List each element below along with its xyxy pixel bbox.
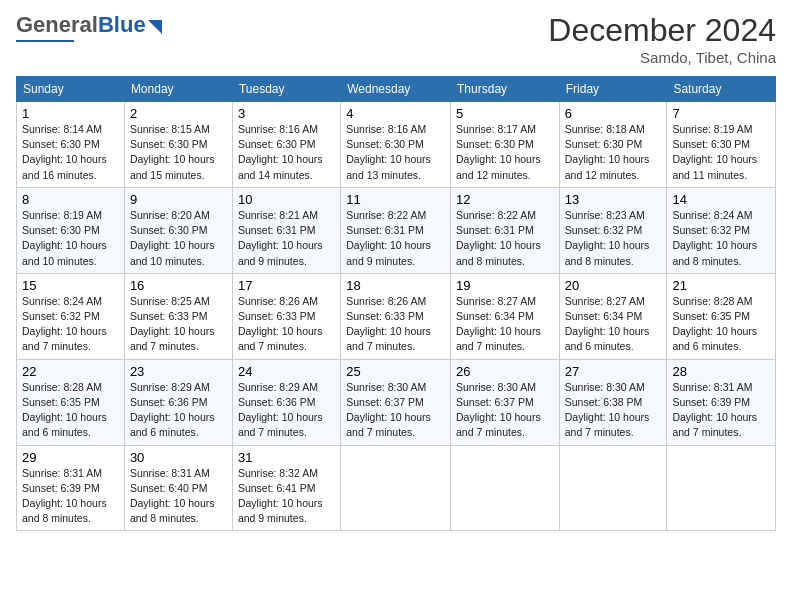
calendar-week-row: 8Sunrise: 8:19 AMSunset: 6:30 PMDaylight… — [17, 187, 776, 273]
day-info: Sunrise: 8:22 AMSunset: 6:31 PMDaylight:… — [456, 208, 554, 269]
col-sunday: Sunday — [17, 77, 125, 102]
logo: General Blue — [16, 12, 162, 42]
page-container: General Blue December 2024 Samdo, Tibet,… — [0, 0, 792, 539]
day-info: Sunrise: 8:28 AMSunset: 6:35 PMDaylight:… — [672, 294, 770, 355]
day-number: 8 — [22, 192, 119, 207]
table-row — [667, 445, 776, 531]
logo-triangle-icon — [148, 20, 162, 34]
table-row: 12Sunrise: 8:22 AMSunset: 6:31 PMDayligh… — [451, 187, 560, 273]
table-row: 30Sunrise: 8:31 AMSunset: 6:40 PMDayligh… — [124, 445, 232, 531]
table-row: 7Sunrise: 8:19 AMSunset: 6:30 PMDaylight… — [667, 102, 776, 188]
day-info: Sunrise: 8:17 AMSunset: 6:30 PMDaylight:… — [456, 122, 554, 183]
day-number: 9 — [130, 192, 227, 207]
calendar-week-row: 29Sunrise: 8:31 AMSunset: 6:39 PMDayligh… — [17, 445, 776, 531]
logo-blue-text: Blue — [98, 12, 146, 38]
day-info: Sunrise: 8:19 AMSunset: 6:30 PMDaylight:… — [672, 122, 770, 183]
col-wednesday: Wednesday — [341, 77, 451, 102]
table-row: 28Sunrise: 8:31 AMSunset: 6:39 PMDayligh… — [667, 359, 776, 445]
day-number: 5 — [456, 106, 554, 121]
day-number: 4 — [346, 106, 445, 121]
day-number: 24 — [238, 364, 335, 379]
table-row: 8Sunrise: 8:19 AMSunset: 6:30 PMDaylight… — [17, 187, 125, 273]
day-number: 31 — [238, 450, 335, 465]
table-row: 4Sunrise: 8:16 AMSunset: 6:30 PMDaylight… — [341, 102, 451, 188]
day-info: Sunrise: 8:24 AMSunset: 6:32 PMDaylight:… — [672, 208, 770, 269]
calendar-header-row: Sunday Monday Tuesday Wednesday Thursday… — [17, 77, 776, 102]
day-number: 15 — [22, 278, 119, 293]
table-row: 29Sunrise: 8:31 AMSunset: 6:39 PMDayligh… — [17, 445, 125, 531]
table-row: 31Sunrise: 8:32 AMSunset: 6:41 PMDayligh… — [232, 445, 340, 531]
table-row: 5Sunrise: 8:17 AMSunset: 6:30 PMDaylight… — [451, 102, 560, 188]
month-title: December 2024 — [548, 12, 776, 49]
day-info: Sunrise: 8:24 AMSunset: 6:32 PMDaylight:… — [22, 294, 119, 355]
day-info: Sunrise: 8:16 AMSunset: 6:30 PMDaylight:… — [238, 122, 335, 183]
day-info: Sunrise: 8:29 AMSunset: 6:36 PMDaylight:… — [238, 380, 335, 441]
table-row: 10Sunrise: 8:21 AMSunset: 6:31 PMDayligh… — [232, 187, 340, 273]
day-number: 17 — [238, 278, 335, 293]
day-info: Sunrise: 8:27 AMSunset: 6:34 PMDaylight:… — [456, 294, 554, 355]
table-row: 13Sunrise: 8:23 AMSunset: 6:32 PMDayligh… — [559, 187, 667, 273]
day-number: 26 — [456, 364, 554, 379]
day-number: 7 — [672, 106, 770, 121]
col-monday: Monday — [124, 77, 232, 102]
day-info: Sunrise: 8:15 AMSunset: 6:30 PMDaylight:… — [130, 122, 227, 183]
col-thursday: Thursday — [451, 77, 560, 102]
day-info: Sunrise: 8:30 AMSunset: 6:37 PMDaylight:… — [346, 380, 445, 441]
table-row: 22Sunrise: 8:28 AMSunset: 6:35 PMDayligh… — [17, 359, 125, 445]
day-info: Sunrise: 8:32 AMSunset: 6:41 PMDaylight:… — [238, 466, 335, 527]
day-info: Sunrise: 8:29 AMSunset: 6:36 PMDaylight:… — [130, 380, 227, 441]
table-row: 2Sunrise: 8:15 AMSunset: 6:30 PMDaylight… — [124, 102, 232, 188]
title-area: December 2024 Samdo, Tibet, China — [548, 12, 776, 66]
day-info: Sunrise: 8:30 AMSunset: 6:37 PMDaylight:… — [456, 380, 554, 441]
day-number: 29 — [22, 450, 119, 465]
table-row: 6Sunrise: 8:18 AMSunset: 6:30 PMDaylight… — [559, 102, 667, 188]
logo-underline — [16, 40, 74, 42]
day-number: 22 — [22, 364, 119, 379]
day-number: 25 — [346, 364, 445, 379]
calendar-table: Sunday Monday Tuesday Wednesday Thursday… — [16, 76, 776, 531]
table-row: 27Sunrise: 8:30 AMSunset: 6:38 PMDayligh… — [559, 359, 667, 445]
day-info: Sunrise: 8:25 AMSunset: 6:33 PMDaylight:… — [130, 294, 227, 355]
table-row: 17Sunrise: 8:26 AMSunset: 6:33 PMDayligh… — [232, 273, 340, 359]
day-info: Sunrise: 8:31 AMSunset: 6:39 PMDaylight:… — [22, 466, 119, 527]
logo-general-text: General — [16, 12, 98, 38]
table-row: 11Sunrise: 8:22 AMSunset: 6:31 PMDayligh… — [341, 187, 451, 273]
location-subtitle: Samdo, Tibet, China — [548, 49, 776, 66]
day-number: 14 — [672, 192, 770, 207]
day-number: 28 — [672, 364, 770, 379]
table-row: 19Sunrise: 8:27 AMSunset: 6:34 PMDayligh… — [451, 273, 560, 359]
day-number: 19 — [456, 278, 554, 293]
day-info: Sunrise: 8:31 AMSunset: 6:40 PMDaylight:… — [130, 466, 227, 527]
day-info: Sunrise: 8:28 AMSunset: 6:35 PMDaylight:… — [22, 380, 119, 441]
table-row: 3Sunrise: 8:16 AMSunset: 6:30 PMDaylight… — [232, 102, 340, 188]
day-info: Sunrise: 8:27 AMSunset: 6:34 PMDaylight:… — [565, 294, 662, 355]
day-info: Sunrise: 8:22 AMSunset: 6:31 PMDaylight:… — [346, 208, 445, 269]
day-number: 27 — [565, 364, 662, 379]
day-number: 6 — [565, 106, 662, 121]
day-number: 3 — [238, 106, 335, 121]
table-row: 1Sunrise: 8:14 AMSunset: 6:30 PMDaylight… — [17, 102, 125, 188]
day-number: 18 — [346, 278, 445, 293]
table-row: 26Sunrise: 8:30 AMSunset: 6:37 PMDayligh… — [451, 359, 560, 445]
day-info: Sunrise: 8:31 AMSunset: 6:39 PMDaylight:… — [672, 380, 770, 441]
day-info: Sunrise: 8:16 AMSunset: 6:30 PMDaylight:… — [346, 122, 445, 183]
table-row — [559, 445, 667, 531]
table-row: 14Sunrise: 8:24 AMSunset: 6:32 PMDayligh… — [667, 187, 776, 273]
table-row — [451, 445, 560, 531]
table-row: 24Sunrise: 8:29 AMSunset: 6:36 PMDayligh… — [232, 359, 340, 445]
day-number: 16 — [130, 278, 227, 293]
table-row: 25Sunrise: 8:30 AMSunset: 6:37 PMDayligh… — [341, 359, 451, 445]
day-number: 30 — [130, 450, 227, 465]
day-info: Sunrise: 8:21 AMSunset: 6:31 PMDaylight:… — [238, 208, 335, 269]
table-row — [341, 445, 451, 531]
table-row: 23Sunrise: 8:29 AMSunset: 6:36 PMDayligh… — [124, 359, 232, 445]
col-saturday: Saturday — [667, 77, 776, 102]
day-info: Sunrise: 8:26 AMSunset: 6:33 PMDaylight:… — [346, 294, 445, 355]
day-info: Sunrise: 8:18 AMSunset: 6:30 PMDaylight:… — [565, 122, 662, 183]
day-info: Sunrise: 8:20 AMSunset: 6:30 PMDaylight:… — [130, 208, 227, 269]
table-row: 16Sunrise: 8:25 AMSunset: 6:33 PMDayligh… — [124, 273, 232, 359]
col-friday: Friday — [559, 77, 667, 102]
day-info: Sunrise: 8:26 AMSunset: 6:33 PMDaylight:… — [238, 294, 335, 355]
day-number: 23 — [130, 364, 227, 379]
svg-marker-0 — [148, 20, 162, 34]
